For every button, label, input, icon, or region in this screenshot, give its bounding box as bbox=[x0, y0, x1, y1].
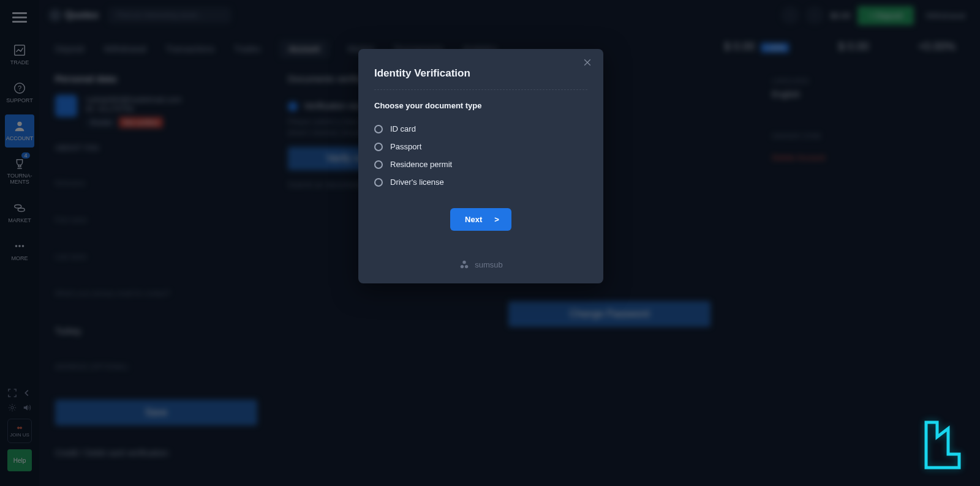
modal-subtitle: Choose your document type bbox=[374, 101, 587, 110]
modal-divider bbox=[374, 89, 587, 90]
svg-point-10 bbox=[461, 265, 464, 268]
radio-icon bbox=[374, 178, 383, 187]
radio-icon bbox=[374, 125, 383, 133]
sumsub-icon bbox=[459, 259, 470, 270]
doc-option-label: Driver's license bbox=[390, 178, 444, 187]
doc-option-residence-permit[interactable]: Residence permit bbox=[374, 155, 587, 173]
identity-verification-modal: Identity Verification Choose your docume… bbox=[358, 49, 603, 283]
corner-logo-icon bbox=[920, 419, 964, 471]
doc-option-drivers-license[interactable]: Driver's license bbox=[374, 173, 587, 191]
doc-option-label: Residence permit bbox=[390, 160, 452, 169]
provider-name: sumsub bbox=[475, 260, 503, 269]
corner-brand-logo bbox=[920, 419, 964, 474]
modal-close-button[interactable] bbox=[582, 58, 595, 70]
svg-point-11 bbox=[465, 265, 468, 268]
radio-icon bbox=[374, 143, 383, 151]
next-button-label: Next bbox=[465, 215, 482, 224]
radio-icon bbox=[374, 160, 383, 169]
doc-option-label: Passport bbox=[390, 142, 421, 151]
verification-provider: sumsub bbox=[374, 259, 587, 270]
svg-point-12 bbox=[463, 261, 466, 264]
next-button[interactable]: Next > bbox=[450, 208, 511, 231]
doc-option-label: ID card bbox=[390, 124, 416, 133]
doc-option-id-card[interactable]: ID card bbox=[374, 120, 587, 138]
doc-option-passport[interactable]: Passport bbox=[374, 138, 587, 155]
close-icon bbox=[582, 58, 592, 67]
chevron-right-icon: > bbox=[494, 215, 499, 224]
modal-title: Identity Verification bbox=[374, 67, 587, 80]
